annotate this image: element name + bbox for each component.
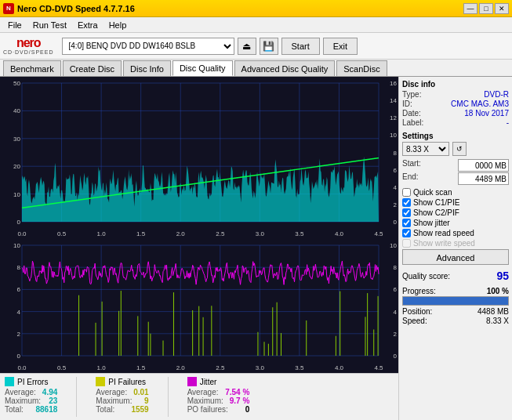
show-jitter-checkbox[interactable] <box>402 219 411 227</box>
titlebar: N Nero CD-DVD Speed 4.7.7.16 — □ ✕ <box>0 0 512 17</box>
show-c2-pif-row[interactable]: Show C2/PIF <box>402 208 509 217</box>
jitter-title: Jitter <box>200 378 217 386</box>
quick-scan-checkbox[interactable] <box>402 188 411 197</box>
quality-section: Quality score: 95 <box>402 270 509 282</box>
start-row: Start: <box>402 159 509 172</box>
menu-extra[interactable]: Extra <box>73 20 103 31</box>
settings-title: Settings <box>402 132 509 140</box>
maximize-button[interactable]: □ <box>479 3 493 14</box>
legend-divider-1 <box>76 377 77 417</box>
advanced-button[interactable]: Advanced <box>402 249 509 265</box>
tab-create-disc[interactable]: Create Disc <box>63 60 122 76</box>
pi-errors-max: Maximum: 23 <box>5 396 57 405</box>
upper-chart-canvas <box>0 77 398 239</box>
pi-errors-color <box>5 377 14 386</box>
show-read-speed-row[interactable]: Show read speed <box>402 229 509 237</box>
show-c2-pif-checkbox[interactable] <box>402 208 411 217</box>
disc-date-row: Date: 18 Nov 2017 <box>402 109 509 118</box>
disc-info-section: Disc info Type: DVD-R ID: CMC MAG. AM3 D… <box>402 80 509 127</box>
position-row: Position: 4488 MB <box>402 307 509 316</box>
pi-errors-total: Total: 88618 <box>5 405 57 414</box>
show-read-speed-checkbox[interactable] <box>402 229 411 237</box>
disc-label-row: Label: - <box>402 118 509 127</box>
speed-select[interactable]: 8.33 X <box>402 142 449 156</box>
show-c2-pif-label: Show C2/PIF <box>413 208 459 217</box>
pi-failures-max: Maximum: 9 <box>96 396 148 405</box>
po-failures: PO failures: 0 <box>187 405 250 414</box>
toolbar: nero CD·DVD/SPEED [4:0] BENQ DVD DD DW16… <box>0 33 512 60</box>
legend-divider-2 <box>168 377 169 417</box>
progress-fill <box>403 297 508 305</box>
pi-failures-avg: Average: 0.01 <box>96 388 148 396</box>
progress-section: Progress: 100 % Position: 4488 MB Speed:… <box>402 287 509 325</box>
start-input[interactable] <box>458 159 509 172</box>
chart-area: PI Errors Average: 4.94 Maximum: 23 Tota… <box>0 77 398 420</box>
tab-scandisc[interactable]: ScanDisc <box>336 60 387 76</box>
show-write-speed-row: Show write speed <box>402 239 509 248</box>
right-panel: Disc info Type: DVD-R ID: CMC MAG. AM3 D… <box>398 77 512 420</box>
disc-id-row: ID: CMC MAG. AM3 <box>402 100 509 108</box>
start-button[interactable]: Start <box>281 38 320 55</box>
pi-failures-color <box>96 377 105 386</box>
disc-info-title: Disc info <box>402 80 509 89</box>
quick-scan-row[interactable]: Quick scan <box>402 188 509 197</box>
titlebar-left: N Nero CD-DVD Speed 4.7.7.16 <box>3 3 135 14</box>
show-jitter-label: Show jitter <box>413 219 450 227</box>
pi-errors-title: PI Errors <box>17 378 48 386</box>
tab-disc-info[interactable]: Disc Info <box>123 60 171 76</box>
settings-section: Settings 8.33 X ↺ Start: End: Quick scan <box>402 132 509 265</box>
tab-benchmark[interactable]: Benchmark <box>3 60 61 76</box>
exit-button[interactable]: Exit <box>323 38 358 55</box>
jitter-max: Maximum: 9.7 % <box>187 396 250 405</box>
close-button[interactable]: ✕ <box>495 3 509 14</box>
legend-pi-errors: PI Errors Average: 4.94 Maximum: 23 Tota… <box>5 377 57 417</box>
speed-row: 8.33 X ↺ <box>402 142 509 156</box>
show-jitter-row[interactable]: Show jitter <box>402 219 509 227</box>
progress-row: Progress: 100 % <box>402 287 509 295</box>
minimize-button[interactable]: — <box>463 3 478 14</box>
pi-failures-title: PI Failures <box>108 378 146 386</box>
jitter-color <box>187 377 197 386</box>
show-c1-pie-checkbox[interactable] <box>402 198 411 207</box>
drive-select[interactable]: [4:0] BENQ DVD DD DW1640 BSLB <box>62 38 234 55</box>
nero-subtitle: CD·DVD/SPEED <box>3 49 54 55</box>
pi-errors-avg: Average: 4.94 <box>5 388 57 396</box>
disc-type-row: Type: DVD-R <box>402 90 509 99</box>
end-input[interactable] <box>458 172 509 185</box>
show-write-speed-label: Show write speed <box>413 239 475 248</box>
titlebar-buttons[interactable]: — □ ✕ <box>463 3 509 14</box>
menu-file[interactable]: File <box>3 20 27 31</box>
nero-logo: nero <box>16 37 41 49</box>
tab-advanced-disc-quality[interactable]: Advanced Disc Quality <box>234 60 336 76</box>
pi-failures-total: Total: 1559 <box>96 405 148 414</box>
lower-chart-canvas <box>0 239 398 373</box>
quality-score-row: Quality score: 95 <box>402 270 509 282</box>
show-write-speed-checkbox <box>402 239 411 248</box>
progress-bar <box>402 296 509 306</box>
quick-scan-label: Quick scan <box>413 188 452 197</box>
legend-pi-failures: PI Failures Average: 0.01 Maximum: 9 Tot… <box>96 377 148 417</box>
save-icon-btn[interactable]: 💾 <box>260 38 278 55</box>
menu-help[interactable]: Help <box>104 20 132 31</box>
main-content: PI Errors Average: 4.94 Maximum: 23 Tota… <box>0 77 512 420</box>
app-icon: N <box>3 3 14 14</box>
show-c1-pie-label: Show C1/PIE <box>413 198 459 207</box>
end-row: End: <box>402 172 509 185</box>
nero-logo-area: nero CD·DVD/SPEED <box>3 37 54 55</box>
eject-icon-btn[interactable]: ⏏ <box>238 38 256 55</box>
jitter-avg: Average: 7.54 % <box>187 388 250 396</box>
legend-bar: PI Errors Average: 4.94 Maximum: 23 Tota… <box>0 373 398 420</box>
menu-run-test[interactable]: Run Test <box>28 20 71 31</box>
show-read-speed-label: Show read speed <box>413 229 474 237</box>
legend-jitter: Jitter Average: 7.54 % Maximum: 9.7 % PO… <box>187 377 250 417</box>
show-c1-pie-row[interactable]: Show C1/PIE <box>402 198 509 207</box>
settings-icon-btn[interactable]: ↺ <box>452 142 467 156</box>
tab-disc-quality[interactable]: Disc Quality <box>172 60 233 76</box>
speed-info-row: Speed: 8.33 X <box>402 317 509 325</box>
tabs: Benchmark Create Disc Disc Info Disc Qua… <box>0 60 512 77</box>
app-title: Nero CD-DVD Speed 4.7.7.16 <box>17 4 135 13</box>
menubar: File Run Test Extra Help <box>0 17 512 33</box>
